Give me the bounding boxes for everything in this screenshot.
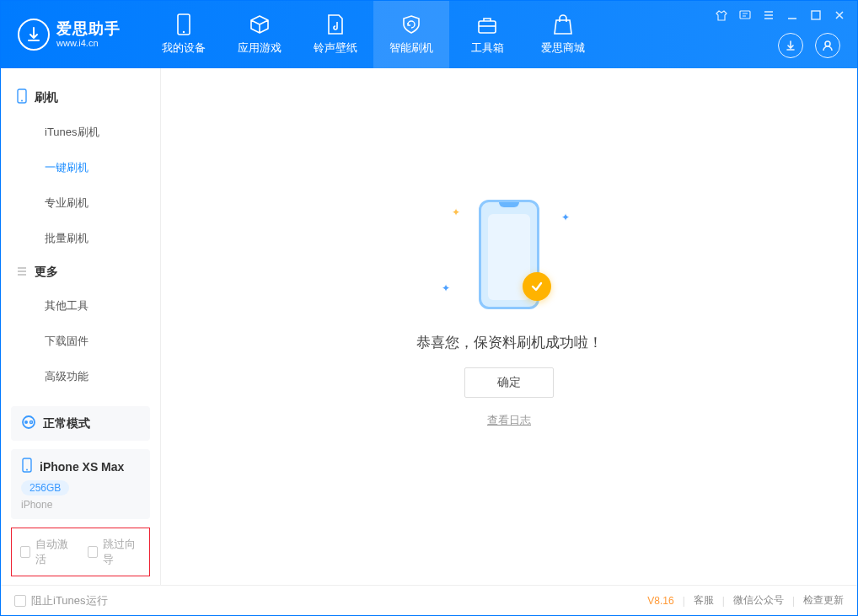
shield-refresh-icon [400, 13, 422, 35]
nav-item-oneclick-flash[interactable]: 一键刷机 [1, 150, 160, 185]
nav-item-other-tools[interactable]: 其他工具 [1, 288, 160, 324]
sparkle-icon: ✦ [561, 212, 570, 223]
user-button[interactable] [815, 33, 840, 58]
mode-card[interactable]: 正常模式 [11, 406, 150, 441]
svg-rect-3 [740, 11, 750, 19]
device-type-label: iPhone [21, 499, 140, 511]
toolbox-icon [476, 13, 498, 35]
phone-icon [16, 88, 28, 106]
version-label: V8.16 [647, 595, 673, 607]
list-icon [16, 265, 28, 280]
svg-point-9 [24, 420, 28, 424]
check-icon [523, 272, 551, 301]
svg-point-12 [26, 469, 28, 471]
device-capacity-badge: 256GB [21, 480, 69, 495]
logo-icon [18, 19, 50, 51]
header-tabs: 我的设备 应用游戏 铃声壁纸 智能刷机 工具箱 爱思商城 [146, 1, 601, 68]
checkbox-box [88, 546, 98, 558]
view-log-link[interactable]: 查看日志 [487, 413, 531, 428]
app-body: 刷机 iTunes刷机 一键刷机 专业刷机 批量刷机 更多 其他工具 下载固件 … [1, 68, 857, 585]
nav-section-more: 更多 [1, 256, 160, 288]
mode-icon [21, 415, 36, 432]
footer-link-support[interactable]: 客服 [694, 593, 714, 608]
music-file-icon [326, 13, 345, 35]
phone-icon [175, 13, 192, 35]
svg-point-1 [183, 31, 185, 33]
skin-icon[interactable] [714, 8, 729, 23]
tab-ringtone-wallpaper[interactable]: 铃声壁纸 [298, 1, 373, 68]
success-illustration: ✦ ✦ ✦ [433, 191, 585, 318]
minimize-button[interactable] [785, 8, 800, 23]
menu-icon[interactable] [761, 8, 776, 23]
nav-item-batch-flash[interactable]: 批量刷机 [1, 221, 160, 256]
success-panel: ✦ ✦ ✦ 恭喜您，保资料刷机成功啦！ 确定 查看日志 [416, 191, 603, 428]
success-message: 恭喜您，保资料刷机成功啦！ [416, 333, 603, 352]
device-icon [21, 458, 33, 475]
sparkle-icon: ✦ [452, 206, 460, 218]
checkbox-box [14, 595, 26, 607]
svg-rect-2 [479, 21, 496, 33]
footer-link-update[interactable]: 检查更新 [803, 593, 844, 608]
nav-item-advanced[interactable]: 高级功能 [1, 359, 160, 394]
svg-point-10 [30, 421, 33, 424]
svg-point-7 [21, 100, 23, 102]
tab-smart-flash[interactable]: 智能刷机 [373, 1, 449, 68]
cube-icon [249, 13, 271, 35]
app-logo[interactable]: 爱思助手 www.i4.cn [1, 19, 137, 51]
main-content: ✦ ✦ ✦ 恭喜您，保资料刷机成功啦！ 确定 查看日志 [161, 68, 857, 585]
tab-apps-games[interactable]: 应用游戏 [222, 1, 298, 68]
checkbox-box [20, 546, 30, 558]
feedback-icon[interactable] [737, 8, 753, 23]
tab-my-device[interactable]: 我的设备 [146, 1, 222, 68]
bag-icon [553, 13, 573, 35]
auto-activate-checkbox[interactable]: 自动激活 [20, 537, 74, 567]
skip-guide-checkbox[interactable]: 跳过向导 [88, 537, 142, 567]
nav-item-pro-flash[interactable]: 专业刷机 [1, 185, 160, 221]
block-itunes-checkbox[interactable]: 阻止iTunes运行 [14, 593, 108, 608]
download-button[interactable] [778, 33, 803, 58]
sparkle-icon: ✦ [442, 282, 450, 294]
checkbox-row-highlighted: 自动激活 跳过向导 [11, 528, 150, 576]
app-title: 爱思助手 [56, 20, 121, 39]
app-window: 爱思助手 www.i4.cn 我的设备 应用游戏 铃声壁纸 智能刷机 [0, 0, 858, 616]
svg-point-5 [825, 41, 830, 46]
ok-button[interactable]: 确定 [464, 367, 554, 398]
footer-link-wechat[interactable]: 微信公众号 [733, 593, 784, 608]
sidebar-nav: 刷机 iTunes刷机 一键刷机 专业刷机 批量刷机 更多 其他工具 下载固件 … [1, 68, 160, 406]
window-controls [714, 8, 847, 23]
svg-rect-4 [812, 11, 820, 19]
device-name-label: iPhone XS Max [40, 460, 124, 474]
tab-toolbox[interactable]: 工具箱 [449, 1, 525, 68]
maximize-button[interactable] [808, 8, 823, 23]
status-bar: 阻止iTunes运行 V8.16 | 客服 | 微信公众号 | 检查更新 [1, 585, 857, 615]
device-card[interactable]: iPhone XS Max 256GB iPhone [11, 449, 150, 519]
nav-item-download-firmware[interactable]: 下载固件 [1, 324, 160, 359]
close-button[interactable] [832, 8, 847, 23]
sidebar: 刷机 iTunes刷机 一键刷机 专业刷机 批量刷机 更多 其他工具 下载固件 … [1, 68, 161, 585]
tab-store[interactable]: 爱思商城 [525, 1, 601, 68]
nav-item-itunes-flash[interactable]: iTunes刷机 [1, 115, 160, 150]
app-header: 爱思助手 www.i4.cn 我的设备 应用游戏 铃声壁纸 智能刷机 [1, 1, 857, 68]
nav-section-flash: 刷机 [1, 80, 160, 115]
app-subtitle: www.i4.cn [56, 38, 121, 49]
